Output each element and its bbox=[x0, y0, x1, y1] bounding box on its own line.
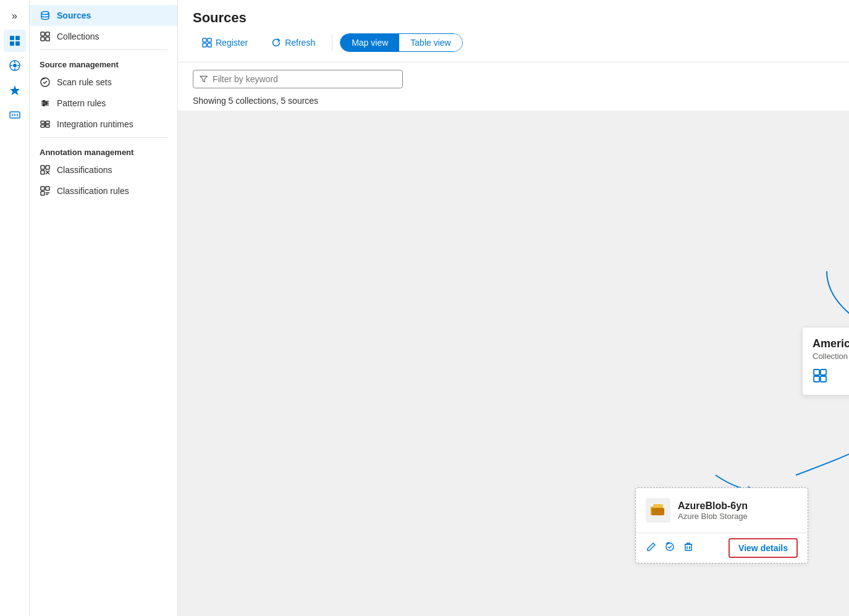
showing-text: Showing 5 collections, 5 sources bbox=[178, 93, 849, 111]
tools-nav-icon[interactable] bbox=[4, 104, 26, 126]
refresh-icon bbox=[271, 38, 281, 48]
toolbar-divider bbox=[332, 34, 332, 51]
filter-icon bbox=[200, 75, 208, 83]
filter-input-wrap bbox=[193, 70, 403, 88]
svg-rect-53 bbox=[814, 376, 819, 382]
svg-rect-57 bbox=[652, 508, 664, 515]
edit-icon[interactable] bbox=[646, 541, 657, 555]
table-view-button[interactable]: Table view bbox=[399, 34, 462, 51]
register-icon bbox=[202, 38, 212, 48]
collapse-icon[interactable]: » bbox=[4, 5, 26, 27]
icon-bar: » bbox=[0, 0, 30, 616]
svg-point-26 bbox=[43, 104, 45, 106]
home-nav-icon[interactable] bbox=[4, 30, 26, 52]
annotation-management-header: Annotation management bbox=[30, 140, 177, 159]
map-view-button[interactable]: Map view bbox=[340, 34, 399, 51]
insights-nav-icon[interactable] bbox=[4, 79, 26, 101]
svg-rect-3 bbox=[15, 41, 20, 46]
sidebar-item-scan-rule-sets[interactable]: Scan rule sets bbox=[30, 72, 177, 93]
svg-rect-52 bbox=[821, 369, 826, 375]
filter-bar bbox=[178, 62, 849, 93]
sidebar: Sources Collections Source management Sc… bbox=[30, 0, 178, 616]
svg-rect-46 bbox=[203, 43, 206, 47]
azure-blob-icon bbox=[646, 498, 670, 523]
refresh-button[interactable]: Refresh bbox=[262, 33, 324, 52]
sidebar-divider-2 bbox=[40, 137, 167, 138]
collection-card-title: Americas bbox=[813, 337, 849, 350]
sidebar-item-integration-runtimes[interactable]: Integration runtimes bbox=[30, 114, 177, 135]
svg-rect-36 bbox=[41, 171, 44, 174]
svg-rect-29 bbox=[41, 125, 44, 127]
register-button[interactable]: Register bbox=[193, 33, 257, 52]
scan-icon[interactable] bbox=[664, 541, 675, 555]
svg-rect-39 bbox=[41, 187, 44, 190]
collection-card-grid-icon[interactable] bbox=[813, 368, 849, 385]
svg-point-5 bbox=[13, 64, 17, 67]
svg-rect-51 bbox=[814, 369, 819, 375]
main-content: Sources Register Refresh Ma bbox=[178, 0, 849, 616]
map-area[interactable]: − Americas Collection for Americas bbox=[178, 111, 849, 616]
source-card: AzureBlob-6yn Azure Blob Storage bbox=[635, 487, 808, 563]
page-title: Sources bbox=[193, 10, 834, 26]
toolbar-actions: Register Refresh Map view Table view bbox=[193, 33, 834, 52]
svg-marker-10 bbox=[10, 85, 20, 95]
svg-rect-45 bbox=[208, 38, 211, 42]
svg-rect-30 bbox=[46, 125, 49, 127]
source-card-header: AzureBlob-6yn Azure Blob Storage bbox=[636, 488, 808, 533]
catalog-nav-icon[interactable] bbox=[4, 54, 26, 77]
svg-rect-54 bbox=[821, 376, 826, 382]
collection-card-subtitle: Collection for Americas bbox=[813, 352, 849, 361]
svg-rect-27 bbox=[41, 121, 44, 124]
svg-rect-18 bbox=[41, 37, 44, 41]
svg-rect-17 bbox=[46, 32, 49, 36]
sidebar-item-sources[interactable]: Sources bbox=[30, 5, 177, 26]
svg-rect-59 bbox=[685, 544, 691, 551]
source-management-header: Source management bbox=[30, 53, 177, 72]
sidebar-item-classifications[interactable]: Classifications bbox=[30, 159, 177, 180]
svg-rect-47 bbox=[208, 43, 211, 47]
svg-point-24 bbox=[43, 101, 45, 103]
svg-rect-34 bbox=[41, 166, 44, 169]
svg-rect-28 bbox=[46, 121, 49, 124]
svg-marker-48 bbox=[200, 76, 207, 82]
toolbar: Sources Register Refresh Ma bbox=[178, 0, 849, 62]
source-card-actions: View details bbox=[636, 533, 808, 563]
svg-rect-16 bbox=[41, 32, 44, 36]
delete-icon[interactable] bbox=[683, 541, 694, 555]
filter-input[interactable] bbox=[213, 74, 396, 84]
view-toggle: Map view Table view bbox=[340, 33, 463, 52]
svg-rect-44 bbox=[203, 38, 206, 42]
sidebar-divider-1 bbox=[40, 49, 167, 50]
source-card-type: Azure Blob Storage bbox=[678, 512, 748, 521]
svg-rect-19 bbox=[46, 37, 49, 41]
svg-rect-0 bbox=[10, 36, 14, 40]
svg-rect-1 bbox=[15, 36, 20, 40]
svg-point-25 bbox=[46, 103, 48, 104]
svg-rect-2 bbox=[10, 41, 14, 46]
collection-card: Americas Collection for Americas bbox=[802, 327, 849, 395]
svg-rect-40 bbox=[46, 187, 49, 190]
svg-rect-41 bbox=[41, 192, 44, 195]
svg-rect-35 bbox=[46, 166, 49, 169]
sidebar-item-pattern-rules[interactable]: Pattern rules bbox=[30, 93, 177, 114]
svg-point-15 bbox=[41, 12, 49, 15]
sidebar-item-collections[interactable]: Collections bbox=[30, 26, 177, 47]
view-details-button[interactable]: View details bbox=[729, 538, 798, 558]
sidebar-item-classification-rules[interactable]: Classification rules bbox=[30, 180, 177, 201]
source-card-name: AzureBlob-6yn bbox=[678, 500, 748, 512]
